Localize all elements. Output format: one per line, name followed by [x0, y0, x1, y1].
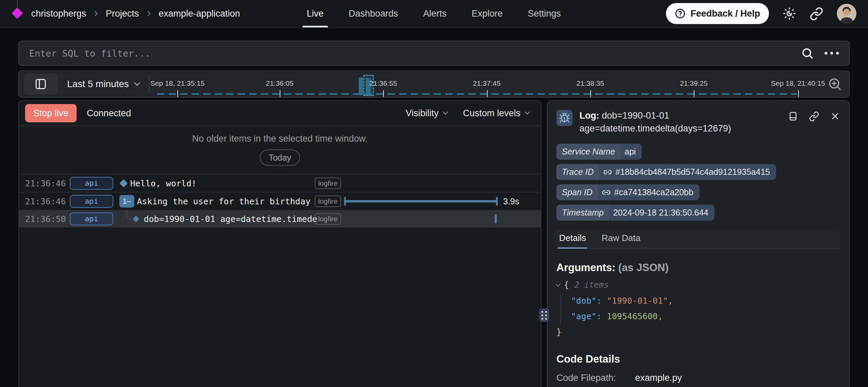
duration-zone: 3.9s	[344, 192, 535, 210]
tab-live[interactable]: Live	[294, 0, 336, 27]
tick-label: 21:39:25	[680, 79, 708, 87]
link-icon	[603, 168, 612, 177]
breadcrumb: christophergs Projects example-applicati…	[31, 8, 240, 19]
timeline[interactable]: Sep 18, 21:35:15 21:36:05 21:36:55 21:37…	[157, 71, 816, 97]
share-link-button[interactable]	[810, 7, 823, 20]
chevron-right-icon	[92, 10, 100, 17]
breadcrumb-projects[interactable]: Projects	[106, 8, 139, 19]
span-duration-label: 3.9s	[503, 196, 519, 206]
link-icon	[810, 7, 823, 20]
detail-title-prefix: Log:	[579, 110, 599, 121]
logfire-tag[interactable]: logfire	[315, 213, 341, 225]
page-body: Enter SQL to filter... Last 5 minutes Se…	[0, 41, 868, 387]
log-row[interactable]: 21:36:46 api 1– Asking the user for thei…	[19, 192, 541, 210]
chevron-down-icon	[443, 109, 448, 115]
breadcrumb-account[interactable]: christophergs	[31, 8, 86, 19]
code-details-heading: Code Details	[556, 353, 840, 365]
chip-value: #ca741384ca2a20bb	[598, 184, 699, 200]
panel-left-icon	[35, 78, 47, 90]
tick-mark	[590, 90, 591, 97]
log-message: Hello, world!	[130, 178, 197, 188]
trace-id-chip[interactable]: Trace ID #18b84cb4847b5d574c4ad9121935a4…	[556, 164, 776, 180]
span-id-chip[interactable]: Span ID #ca741384ca2a20bb	[556, 184, 699, 200]
custom-levels-label: Custom levels	[463, 108, 520, 119]
panel-bottom-icon	[788, 111, 798, 121]
detail-header: Log: dob=1990-01-01 age=datetime.timedel…	[556, 109, 840, 135]
timestamp-chip[interactable]: Timestamp 2024-09-18 21:36:50.644	[556, 205, 714, 221]
log-position-tick	[495, 215, 497, 223]
link-icon	[602, 188, 611, 197]
json-body: "dob": "1990-01-01", "age": 1095465600,	[560, 293, 840, 324]
sidebar-toggle-button[interactable]	[24, 74, 58, 95]
log-row[interactable]: 21:36:46 api Hello, world! logfire	[19, 174, 541, 192]
bug-icon	[559, 112, 570, 124]
service-chip[interactable]: api	[70, 177, 113, 190]
more-options-icon[interactable]	[825, 52, 839, 55]
collapse-children-badge[interactable]: 1–	[119, 195, 134, 207]
tab-explore[interactable]: Explore	[459, 0, 515, 27]
user-avatar[interactable]	[837, 4, 856, 23]
log-rows: 21:36:46 api Hello, world! logfire 21:36…	[19, 174, 541, 228]
tab-dashboards[interactable]: Dashboards	[336, 0, 411, 27]
zoom-in-icon	[828, 77, 842, 91]
sql-filter-bar: Enter SQL to filter...	[18, 41, 850, 66]
service-chip[interactable]: api	[70, 212, 113, 225]
code-filepath-row: Code Filepath: example.py	[556, 373, 840, 383]
service-name-chip[interactable]: Service Name api	[556, 144, 642, 160]
tick-label: 21:36:55	[369, 79, 397, 87]
detail-title-text: dob=1990-01-01 age=datetime.timedelta(da…	[579, 110, 731, 134]
today-button[interactable]: Today	[260, 149, 300, 166]
chip-value: 2024-09-18 21:36:50.644	[609, 205, 714, 221]
span-duration-bar	[344, 200, 498, 202]
detail-tabs: Details Raw Data	[556, 229, 840, 249]
stop-live-button[interactable]: Stop live	[25, 104, 77, 122]
chevron-right-icon	[145, 10, 153, 17]
attribute-chips: Service Name api Trace ID #18b84cb4847b5…	[556, 144, 840, 221]
arguments-heading: Arguments: (as JSON)	[556, 262, 840, 274]
dock-view-button[interactable]	[788, 111, 798, 121]
time-range-select[interactable]: Last 5 minutes	[67, 79, 139, 89]
service-chip[interactable]: api	[70, 195, 113, 208]
tick-mark	[280, 90, 280, 97]
arguments-subheading: (as JSON)	[618, 262, 669, 273]
json-entry: "age": 1095465600,	[571, 309, 840, 324]
logo-pin-line	[17, 0, 18, 8]
logfire-logo-icon[interactable]	[12, 0, 23, 27]
panel-resize-handle[interactable]	[539, 308, 549, 322]
tab-alerts[interactable]: Alerts	[411, 0, 459, 27]
logfire-tag[interactable]: logfire	[315, 178, 341, 189]
link-icon	[809, 111, 819, 121]
chip-label: Timestamp	[556, 205, 609, 221]
tab-settings[interactable]: Settings	[515, 0, 573, 27]
copy-link-button[interactable]	[809, 111, 819, 121]
duration-zone	[344, 210, 535, 227]
search-icon[interactable]	[801, 47, 814, 60]
log-row-selected[interactable]: 21:36:50 api dob=1990-01-01 age=datetime…	[19, 210, 541, 228]
logfire-tag[interactable]: logfire	[315, 196, 341, 207]
main-nav-tabs: Live Dashboards Alerts Explore Settings	[294, 0, 573, 27]
log-message: dob=1990-01-01 age=datetime.timede	[144, 214, 317, 224]
detail-panel: Log: dob=1990-01-01 age=datetime.timedel…	[547, 100, 850, 387]
collapse-caret-icon[interactable]	[556, 282, 560, 286]
tab-details[interactable]: Details	[559, 233, 586, 248]
visibility-dropdown[interactable]: Visibility	[406, 108, 447, 119]
zoom-in-button[interactable]	[825, 77, 844, 91]
log-diamond-icon	[119, 179, 127, 187]
feedback-help-label: Feedback / Help	[690, 8, 760, 19]
main-split: Stop live Connected Visibility Custom le…	[18, 100, 850, 387]
timeline-histogram-bar	[359, 78, 363, 95]
tree-connector	[126, 210, 132, 219]
chevron-down-icon	[134, 80, 140, 86]
close-panel-button[interactable]	[830, 111, 840, 121]
empty-state: No older items in the selected time wind…	[19, 126, 541, 166]
sql-filter-input[interactable]: Enter SQL to filter...	[29, 48, 801, 59]
tab-raw-data[interactable]: Raw Data	[601, 233, 640, 248]
json-entry: "dob": "1990-01-01",	[571, 293, 840, 309]
feedback-help-button[interactable]: Feedback / Help	[666, 3, 769, 24]
connection-status: Connected	[87, 108, 131, 119]
breadcrumb-project-name[interactable]: example-application	[159, 8, 240, 19]
chip-value: #18b84cb4847b5d574c4ad9121935a415	[599, 164, 776, 180]
theme-toggle-button[interactable]	[783, 7, 796, 20]
custom-levels-dropdown[interactable]: Custom levels	[463, 108, 529, 119]
logo-diamond	[12, 7, 23, 19]
